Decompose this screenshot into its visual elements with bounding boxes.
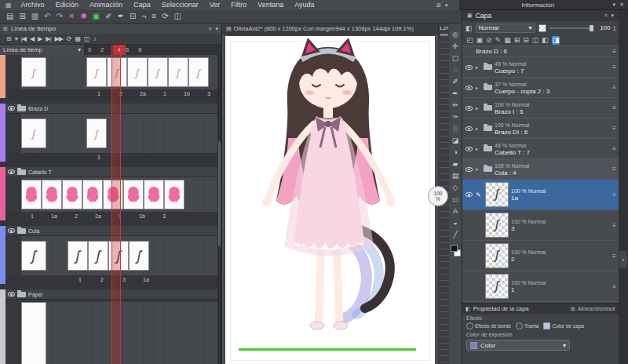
layer-row[interactable]: ▸49 % NormalCuerpo : 7≡ bbox=[462, 57, 619, 78]
line-correction-tool[interactable]: ╱ bbox=[453, 230, 457, 240]
eye-icon[interactable] bbox=[466, 126, 473, 131]
palette-view-icon[interactable]: ◨ bbox=[552, 36, 560, 45]
pen-tool[interactable]: ✒ bbox=[452, 89, 458, 99]
figure-tool[interactable]: ◇ bbox=[453, 183, 458, 193]
cel-thumbnail[interactable]: ʃ bbox=[68, 241, 88, 271]
deco-brush-icon[interactable]: ✱ bbox=[80, 13, 86, 20]
layer-options-icon[interactable]: ≡ bbox=[612, 222, 616, 229]
cel-label[interactable]: 3 bbox=[153, 212, 175, 220]
document-tab[interactable]: ▤ OliviaAni2* (800 x 1200px Con margen94… bbox=[222, 24, 438, 35]
cel-label[interactable]: 1 bbox=[154, 89, 176, 98]
panel-collapse-button[interactable]: ‹ bbox=[619, 251, 627, 268]
cel-thumbnail[interactable] bbox=[144, 180, 164, 209]
menu-item[interactable]: Edición bbox=[50, 0, 85, 10]
cel-preview[interactable]: ʃ bbox=[21, 57, 46, 87]
cel-label[interactable]: 3 bbox=[198, 89, 217, 98]
playhead[interactable] bbox=[111, 45, 121, 364]
menu-item[interactable]: Ayuda bbox=[289, 0, 319, 10]
next-frame-button[interactable]: ▶| bbox=[46, 35, 50, 42]
cel-thumbnail[interactable] bbox=[82, 180, 103, 209]
eye-icon[interactable] bbox=[466, 106, 473, 111]
blend-tool[interactable]: ◑ bbox=[453, 147, 457, 158]
border-effect-toggle[interactable]: Efecto de borde bbox=[466, 322, 511, 329]
layer-panel-collapse-icon[interactable]: ▾ bbox=[611, 13, 614, 19]
cel-thumbnail[interactable]: ʃ bbox=[86, 118, 107, 148]
cel-preview[interactable]: ʃ bbox=[21, 118, 46, 148]
layer-row[interactable]: ʃ100 % Normal1≡ bbox=[462, 271, 619, 302]
cel-thumbnail[interactable]: ʃ bbox=[88, 241, 108, 271]
cel-label[interactable]: 1 bbox=[69, 275, 91, 284]
layer-row[interactable]: Brazo D : 6≡ bbox=[462, 46, 619, 57]
eyedropper-icon[interactable]: ✐ bbox=[105, 13, 111, 20]
fill-tool[interactable]: ▰ bbox=[453, 159, 458, 169]
prev-frame-button[interactable]: ◀ bbox=[30, 35, 34, 42]
text-tool[interactable]: A bbox=[453, 206, 458, 217]
move-tool[interactable]: ✛ bbox=[452, 42, 458, 52]
cel-thumbnail[interactable]: ʃ bbox=[129, 241, 149, 271]
cel-label[interactable]: 2 bbox=[91, 275, 113, 284]
draft-layer-icon[interactable]: ✎ bbox=[495, 37, 502, 44]
cel-label[interactable]: 1 bbox=[88, 89, 110, 98]
fill-area-icon[interactable]: ▣ bbox=[93, 13, 100, 20]
rotate-view-icon[interactable]: ⟳ bbox=[162, 13, 168, 20]
eye-icon[interactable] bbox=[466, 192, 473, 197]
expand-icon[interactable]: ▸ bbox=[476, 126, 481, 131]
layer-row[interactable]: ✎ʃ100 % Normal1a≡ bbox=[462, 180, 619, 210]
eye-icon[interactable] bbox=[8, 169, 15, 174]
lock-icon[interactable]: ▣ bbox=[476, 37, 484, 44]
page-manager-icon[interactable]: ▤ bbox=[6, 13, 13, 20]
transparency-lock-icon[interactable]: ◰ bbox=[466, 37, 473, 44]
cel-thumbnail[interactable] bbox=[21, 180, 42, 209]
cel-label[interactable]: 2 bbox=[65, 212, 87, 220]
cel-label[interactable]: 1b bbox=[131, 212, 153, 220]
eye-icon[interactable] bbox=[466, 86, 473, 90]
new-page-icon[interactable]: ⊞ bbox=[19, 13, 25, 20]
cel-thumbnail[interactable] bbox=[164, 180, 184, 209]
save-icon[interactable]: ▥ bbox=[31, 13, 38, 20]
layer-options-icon[interactable]: ≡ bbox=[612, 104, 616, 111]
menu-item[interactable]: Ventana bbox=[252, 0, 289, 10]
cel-thumbnail[interactable]: ʃ bbox=[188, 57, 209, 87]
loop-button[interactable]: ⟳ bbox=[67, 35, 71, 42]
eye-icon[interactable] bbox=[466, 147, 473, 151]
workspace-switch-icon[interactable]: ▾ bbox=[445, 2, 448, 9]
layer-options-icon[interactable]: ≡ bbox=[612, 253, 616, 260]
layer-options-icon[interactable]: ≡ bbox=[612, 166, 616, 173]
cel-label[interactable] bbox=[175, 212, 197, 220]
cel-layer-thumbnail[interactable]: ʃ bbox=[485, 243, 509, 268]
pen-tip-icon[interactable]: ✒ bbox=[118, 13, 124, 20]
expand-icon[interactable]: ▾ bbox=[476, 166, 481, 172]
opacity-slider[interactable] bbox=[550, 27, 594, 29]
menu-item[interactable]: Animación bbox=[84, 0, 128, 10]
timeline-selector[interactable]: Línea de tiemp ▾ bbox=[0, 45, 85, 55]
eye-icon[interactable] bbox=[8, 228, 15, 233]
align-dim-label[interactable]: Alinear/disminuir bbox=[578, 306, 615, 311]
cel-preview[interactable]: ʃ bbox=[21, 241, 46, 271]
layer-options-icon[interactable]: ≡ bbox=[612, 48, 616, 55]
cel-label[interactable]: 2a bbox=[132, 89, 154, 98]
delete-layer-icon[interactable]: ◧ bbox=[542, 37, 549, 44]
frame-number[interactable]: 0 bbox=[88, 45, 100, 55]
eye-icon[interactable] bbox=[8, 292, 15, 297]
workspace-grid-icon[interactable]: ⊞ bbox=[436, 2, 441, 9]
cel-thumbnail[interactable]: ʃ bbox=[127, 57, 148, 87]
main-color-chip[interactable] bbox=[451, 245, 458, 252]
cel-label[interactable]: 2a bbox=[87, 212, 109, 220]
frame-number[interactable]: 6 bbox=[126, 45, 138, 55]
layer-options-icon[interactable]: ≡ bbox=[612, 84, 616, 91]
menu-item[interactable]: Ver bbox=[204, 0, 226, 10]
layer-row[interactable]: ▸100 % NormalBrazo DI : 6≡ bbox=[462, 118, 619, 139]
eraser-tool[interactable]: ◪ bbox=[452, 136, 459, 146]
cel-thumbnail[interactable] bbox=[123, 180, 144, 209]
layer-color-toggle[interactable]: Color de capa bbox=[543, 322, 583, 329]
cel-settings-button[interactable]: ◫ bbox=[84, 35, 89, 42]
blend-mode-select[interactable]: Normal ▾ bbox=[476, 24, 535, 33]
cel-thumbnail[interactable]: ʃ bbox=[86, 57, 107, 87]
new-folder-icon[interactable]: ⊟ bbox=[523, 37, 529, 44]
zoom-indicator[interactable]: 100 % bbox=[428, 186, 448, 206]
layer-panel-tab[interactable]: ▣ Capa ≡▾ bbox=[462, 10, 619, 21]
cel-label[interactable]: 1a bbox=[43, 212, 65, 220]
play-button[interactable]: ▶ bbox=[38, 35, 42, 42]
timeline-dropdown-icon[interactable]: ▾ bbox=[15, 35, 17, 42]
undo-icon[interactable]: ↶ bbox=[44, 13, 50, 20]
